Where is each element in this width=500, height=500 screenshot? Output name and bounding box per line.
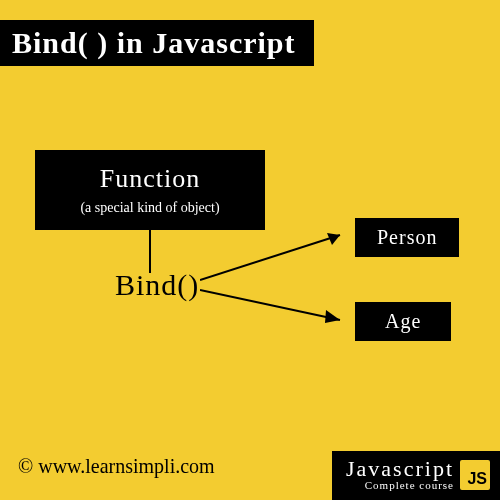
function-box-title: Function (45, 164, 255, 194)
page-title: Bind( ) in Javascript (0, 20, 314, 66)
function-box-subtitle: (a special kind of object) (45, 200, 255, 216)
svg-marker-1 (327, 233, 340, 245)
target-box-age: Age (355, 302, 451, 341)
bind-method-label: Bind() (115, 268, 199, 302)
footer-badge: Javascript Complete course JS (332, 451, 500, 500)
target-box-person: Person (355, 218, 459, 257)
footer-text: Javascript Complete course (346, 457, 454, 492)
footer-subtitle: Complete course (346, 480, 454, 492)
svg-line-2 (200, 290, 340, 320)
arrow-to-age (200, 285, 360, 335)
arrow-to-person (200, 225, 360, 285)
connector-line (149, 225, 151, 273)
svg-marker-3 (325, 310, 340, 323)
js-icon: JS (460, 460, 490, 490)
credit-text: © www.learnsimpli.com (18, 455, 215, 478)
function-box: Function (a special kind of object) (35, 150, 265, 230)
svg-line-0 (200, 235, 340, 280)
footer-title: Javascript (346, 457, 454, 480)
